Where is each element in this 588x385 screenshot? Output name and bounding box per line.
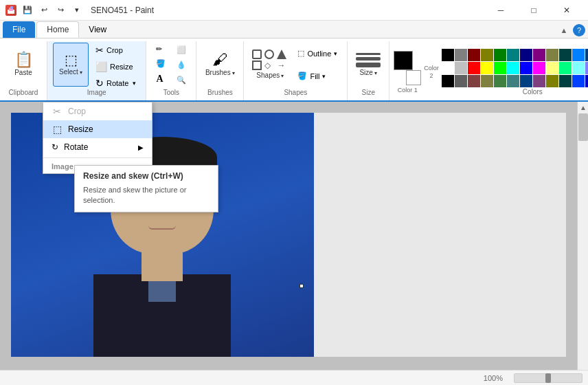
color-swatch[interactable]	[481, 49, 493, 61]
shape-diamond: ◇	[264, 60, 275, 70]
color-swatch[interactable]	[585, 75, 588, 87]
color-swatch[interactable]	[559, 62, 572, 74]
minimize-button[interactable]: ─	[485, 0, 517, 21]
eyedropper-button[interactable]: 💧	[172, 58, 190, 72]
color-swatch[interactable]	[507, 49, 519, 61]
color-swatch[interactable]	[559, 75, 572, 87]
crop-menu-item[interactable]: ✂ Crop	[43, 102, 152, 120]
color-swatch[interactable]	[507, 75, 519, 87]
resize-button[interactable]: ⬜ Resize	[91, 59, 140, 74]
color-swatch[interactable]	[533, 75, 545, 87]
size-line2	[356, 57, 381, 60]
svg-rect-2	[10, 6, 13, 9]
color-swatch[interactable]	[468, 49, 480, 61]
fill-arrow: ▾	[322, 73, 326, 80]
image-small-btns: ✂ Crop ⬜ Resize ↻ Rotate ▾	[91, 43, 140, 87]
color-swatch[interactable]	[468, 62, 480, 74]
color-swatch[interactable]	[585, 49, 588, 61]
paste-button[interactable]: 📋 Paste	[5, 43, 41, 87]
color-swatch[interactable]	[533, 49, 545, 61]
color-swatch[interactable]	[442, 49, 454, 61]
color2-label: Color 2	[424, 65, 439, 80]
undo-quick-btn[interactable]: ↩	[37, 3, 51, 17]
tab-home[interactable]: Home	[36, 21, 79, 38]
color1-label: Color 1	[398, 87, 418, 94]
resize-menu-item[interactable]: ⬚ Resize	[43, 120, 152, 138]
color-swatch[interactable]	[559, 49, 572, 61]
tab-view[interactable]: View	[79, 21, 116, 38]
shapes-section-label: Shapes	[249, 89, 341, 99]
color-swatch[interactable]	[455, 62, 467, 74]
select-button[interactable]: ⬚ Select	[53, 43, 89, 87]
zoom-slider[interactable]	[514, 373, 583, 383]
brushes-button[interactable]: 🖌 Brushes	[202, 43, 238, 87]
color-swatch[interactable]	[546, 62, 558, 74]
close-button[interactable]: ✕	[551, 0, 583, 21]
color-swatch[interactable]	[533, 62, 545, 74]
ribbon-image-section: ⬚ Select ✂ Crop ⬜ Resize ↻ Rotate ▾ Im	[47, 41, 146, 100]
color-swatch[interactable]	[481, 62, 493, 74]
ribbon-brushes-section: 🖌 Brushes Brushes	[196, 41, 244, 100]
color-swatch[interactable]	[572, 62, 585, 74]
clipboard-content: 📋 Paste	[5, 43, 41, 89]
color-swatch[interactable]	[468, 75, 480, 87]
customize-quick-btn[interactable]: ▾	[70, 3, 84, 17]
shapes-button[interactable]: ◇ → Shapes	[249, 43, 291, 87]
redo-quick-btn[interactable]: ↪	[54, 3, 67, 17]
rotate-menu-label: Rotate	[64, 142, 88, 152]
color-swatch[interactable]	[494, 75, 506, 87]
image-content: ⬚ Select ✂ Crop ⬜ Resize ↻ Rotate ▾	[53, 43, 140, 89]
text-button[interactable]: A	[152, 72, 170, 87]
color-swatch[interactable]	[585, 62, 588, 74]
color-swatch[interactable]	[494, 49, 506, 61]
image-dropdown-menu: ✂ Crop ⬚ Resize ↻ Rotate ▶ Image	[43, 102, 152, 174]
rotate-menu-item[interactable]: ↻ Rotate ▶	[43, 138, 152, 156]
outline-button[interactable]: ⬚ Outline ▾	[293, 46, 341, 61]
pencil-button[interactable]: ✏	[152, 43, 170, 56]
size-button[interactable]: Size	[353, 43, 383, 87]
color1-box[interactable]	[394, 51, 413, 70]
crop-icon: ✂	[95, 45, 104, 56]
size-line3	[356, 63, 381, 67]
ribbon-collapse-btn[interactable]: ▲	[558, 24, 570, 36]
eraser-button[interactable]: ⬜	[172, 43, 190, 56]
save-quick-btn[interactable]: 💾	[21, 3, 34, 17]
ribbon-colors-section: Color 1 Color 2 Colors	[389, 41, 588, 100]
help-button[interactable]: ?	[573, 24, 585, 36]
shapes-label: Shapes	[256, 72, 284, 80]
fill-shape-button[interactable]: 🪣 Fill ▾	[293, 69, 341, 84]
color-swatch[interactable]	[442, 75, 454, 87]
color-boxes	[394, 51, 421, 85]
tooltip-description: Resize and skew the picture or selection…	[83, 185, 210, 206]
color-swatch[interactable]	[455, 75, 467, 87]
color-swatch[interactable]	[455, 49, 467, 61]
scroll-thumb[interactable]	[578, 113, 588, 141]
maximize-button[interactable]: □	[518, 0, 550, 21]
color-swatch[interactable]	[572, 75, 585, 87]
ribbon-size-section: Size Size	[348, 41, 389, 100]
color-swatch[interactable]	[520, 49, 532, 61]
color-swatch[interactable]	[546, 75, 558, 87]
color-swatch[interactable]	[507, 62, 519, 74]
fill-button[interactable]: 🪣	[152, 57, 170, 70]
vertical-scrollbar[interactable]: ▲	[577, 102, 588, 370]
color-swatch[interactable]	[520, 62, 532, 74]
color-swatch[interactable]	[546, 49, 558, 61]
color-swatch[interactable]	[520, 75, 532, 87]
scroll-up-btn[interactable]: ▲	[578, 102, 588, 113]
color-swatch[interactable]	[481, 75, 493, 87]
tab-file[interactable]: File	[3, 21, 35, 38]
zoom-thumb[interactable]	[545, 373, 551, 383]
color-swatch[interactable]	[442, 62, 454, 74]
shapes-grid: ◇ →	[252, 50, 288, 70]
rotate-label: Rotate	[106, 79, 128, 87]
crop-button[interactable]: ✂ Crop	[91, 43, 140, 58]
color-swatch[interactable]	[572, 49, 585, 61]
color2-box[interactable]	[406, 70, 421, 85]
magnify-button[interactable]: 🔍	[172, 73, 190, 87]
resize-label: Resize	[110, 63, 133, 71]
color-swatch[interactable]	[494, 62, 506, 74]
window-title: SENO451 - Paint	[91, 6, 154, 15]
rotate-menu-icon: ↻	[52, 142, 58, 152]
color1-container: Color 1	[394, 51, 421, 94]
